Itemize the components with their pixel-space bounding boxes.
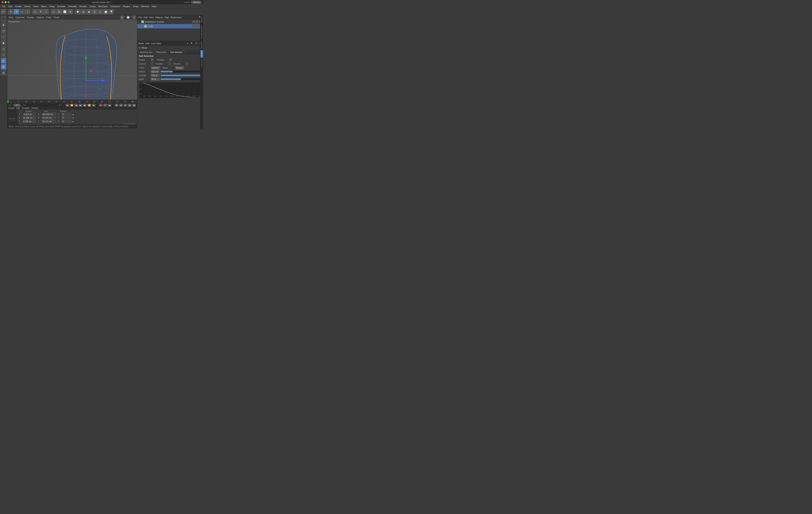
om-tags[interactable]: Tags [165, 16, 169, 19]
menu-window[interactable]: Window [140, 5, 150, 8]
menu-simulate[interactable]: Simulate [67, 5, 78, 8]
position-y[interactable] [22, 116, 36, 119]
props-pin-icon[interactable]: 📌 [195, 42, 197, 45]
tool-b2[interactable]: ◎ [81, 9, 86, 15]
transport-play[interactable]: ▶ [79, 104, 82, 107]
subdiv-vis-btn-1[interactable]: ✓ [192, 20, 195, 23]
vp-display[interactable]: Display [27, 16, 34, 19]
size-z[interactable] [41, 120, 56, 123]
vp-cameras[interactable]: Cameras [16, 16, 25, 19]
preview-checkbox[interactable]: ✓ [169, 59, 172, 61]
tab-modeling-axis[interactable]: Modeling Axis [138, 51, 154, 54]
enable-checkbox[interactable]: ✓ [151, 59, 153, 61]
menu-plugins[interactable]: Plugins [122, 5, 131, 8]
falloff-dropdown[interactable]: Linear ▾ [151, 66, 160, 70]
menu-snap[interactable]: Snap [48, 5, 56, 8]
tool-rotate[interactable]: ○ [19, 9, 25, 15]
transport-b3[interactable]: ⊡ [123, 104, 127, 107]
menu-mograph[interactable]: MoGraph [97, 5, 109, 8]
menu-tools[interactable]: Tools [32, 5, 39, 8]
width-value[interactable]: 50 % [151, 78, 160, 81]
strip-tab-objects[interactable]: Objects [200, 15, 203, 24]
tool-b4[interactable]: ◫ [92, 9, 97, 15]
transport-next-key[interactable]: ⏩ [88, 104, 91, 107]
transport-prev-key[interactable]: ⏪ [70, 104, 74, 107]
restrict-checkbox[interactable] [186, 62, 188, 65]
tool-scale[interactable]: + [25, 9, 30, 15]
menu-script[interactable]: Script [132, 5, 140, 8]
transport-record[interactable]: ⏺ [99, 104, 103, 107]
sidebar-icon-1[interactable]: ⊕ [1, 22, 6, 28]
vp-ctrl-3[interactable]: ⤢ [132, 16, 136, 19]
rotation-h[interactable] [61, 113, 71, 116]
minimize-button[interactable] [5, 1, 7, 3]
vp-filter[interactable]: Filter [46, 16, 51, 19]
pm-edit[interactable]: Edit [146, 42, 149, 45]
props-expand-icon[interactable]: 🔍 [190, 42, 193, 45]
sidebar-icon-7[interactable]: ↺ [1, 58, 6, 63]
sidebar-icon-0[interactable]: ⬛ [1, 16, 6, 22]
transport-b2[interactable]: ⊟ [119, 104, 123, 107]
strip-tab-layers[interactable]: Layers [200, 50, 203, 58]
tool-b1[interactable]: ⬟ [75, 9, 80, 15]
menu-create[interactable]: Create [14, 5, 23, 8]
tool-b5[interactable]: ⬡ [97, 9, 103, 15]
subdiv-vis-btn-2[interactable]: ✓ [196, 20, 198, 23]
props-search-icon[interactable]: ◀ [186, 42, 188, 45]
tool-x[interactable]: X [32, 9, 37, 15]
om-file[interactable]: File [139, 16, 142, 19]
vp-options[interactable]: Options [36, 16, 44, 19]
menu-animate[interactable]: Animate [56, 5, 66, 8]
tex-function[interactable]: Function [22, 107, 29, 109]
maximize-button[interactable] [8, 1, 9, 3]
position-x[interactable] [22, 113, 36, 116]
tool-b3[interactable]: ◉ [86, 9, 91, 15]
menu-render[interactable]: Render [78, 5, 88, 8]
strip-tab-content[interactable]: Content Browser [200, 24, 203, 40]
rotation-p[interactable] [61, 116, 71, 119]
width-slider[interactable] [161, 78, 201, 80]
om-objects[interactable]: Objects [155, 16, 163, 19]
menu-help[interactable]: Help [151, 5, 157, 8]
transport-next-frame[interactable]: ▶| [83, 104, 87, 107]
sidebar-icon-6[interactable]: ⊙ [1, 52, 6, 58]
pm-mode[interactable]: Mode [139, 42, 144, 45]
tool-render2[interactable]: ⊞ [57, 9, 62, 15]
radius-value[interactable]: 100 cm [151, 71, 160, 73]
viewport-canvas[interactable]: Perspective [7, 20, 137, 100]
vp-ctrl-1[interactable]: ⊕ [120, 16, 124, 19]
current-frame-input[interactable]: 0 F [13, 104, 21, 107]
sidebar-icon-5[interactable]: ⬡ [1, 46, 6, 52]
sidebar-icon-3[interactable]: ○ [1, 34, 6, 39]
strip-tab-structure[interactable]: Structure [200, 40, 203, 50]
tool-y[interactable]: Y [38, 9, 43, 15]
strength-slider[interactable] [161, 75, 201, 76]
transport-b5[interactable]: ▥ [132, 104, 136, 107]
menu-edit[interactable]: Edit [7, 5, 13, 8]
size-x[interactable] [41, 113, 56, 116]
position-z[interactable] [22, 120, 36, 123]
cube-vis-btn-2[interactable]: ✓ [196, 25, 198, 28]
menu-mesh[interactable]: Mesh [40, 5, 48, 8]
radius-slider[interactable] [161, 71, 201, 73]
tree-item-subdiv[interactable]: ▸ S Subdivision Surface ✓ ✓ ✦ [137, 20, 203, 24]
layout-dropdown[interactable]: Startup [192, 1, 201, 4]
vp-ctrl-2[interactable]: ⬜ [126, 16, 130, 19]
menu-character[interactable]: Character [109, 5, 121, 8]
cube-vis-btn-1[interactable]: ✓ [192, 25, 195, 28]
tex-edit[interactable]: Edit [17, 107, 20, 109]
surface-checkbox[interactable] [151, 62, 153, 65]
transport-extras[interactable]: ⏏ [108, 104, 111, 107]
tab-soft-selection[interactable]: Soft Selection [168, 51, 184, 54]
falloff-graph[interactable]: 0.8 0.4 0.0 [139, 82, 201, 98]
undo-button[interactable]: ↩ [1, 9, 6, 15]
tool-render3[interactable]: ⬜ [62, 9, 67, 15]
tool-z[interactable]: Z [44, 9, 49, 15]
size-y[interactable] [41, 116, 56, 119]
transport-auto-key[interactable]: ⏹ [103, 104, 107, 107]
sidebar-icon-4[interactable]: ◉ [1, 40, 6, 46]
tool-b7[interactable]: 💡 [109, 9, 114, 15]
strip-tab-attributes[interactable]: Attributes [200, 58, 203, 68]
tab-object-axis[interactable]: Object Axis [154, 51, 168, 54]
vp-view[interactable]: View [8, 16, 13, 19]
